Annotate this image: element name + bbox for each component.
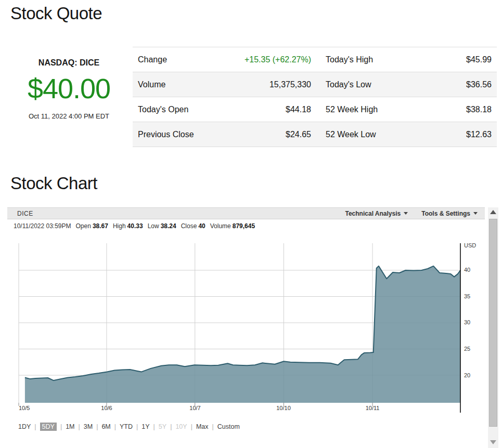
stat-value-todays-low: $36.56 [413,80,492,89]
stat-label-change: Change [138,55,229,64]
stat-label-previous-close: Previous Close [138,130,229,139]
ticker-symbol: NASDAQ: DICE [10,58,127,68]
y-tick-label: 20 [464,372,470,378]
range-max[interactable]: Max [196,423,209,430]
y-tick-label: 35 [464,293,470,299]
range-separator: | [96,423,98,430]
stock-chart-canvas[interactable] [7,207,486,448]
stat-label-52wk-high: 52 Week High [326,105,413,114]
quote-stats-table: Change +15.35 (+62.27%) Today's High $45… [133,47,497,147]
stat-label-todays-high: Today's High [326,55,413,64]
range-separator: | [212,423,214,430]
y-tick-label: 25 [464,346,470,352]
stat-value-previous-close: $24.65 [229,130,311,139]
y-axis-unit-label: USD [464,242,476,248]
x-tick-label: 10/6 [94,405,120,411]
scroll-down-icon[interactable] [490,440,496,444]
table-row: Change +15.35 (+62.27%) Today's High $45… [133,47,497,72]
x-tick-label: 10/7 [182,405,208,411]
range-3m[interactable]: 3M [84,423,93,430]
stat-value-52wk-low: $12.63 [413,130,492,139]
range-separator: | [60,423,62,430]
table-row: Volume 15,375,330 Today's Low $36.56 [133,72,497,97]
range-separator: | [79,423,80,430]
range-separator: | [170,423,172,430]
table-row: Today's Open $44.18 52 Week High $38.18 [133,97,497,122]
range-1dy[interactable]: 1DY [18,423,31,430]
range-1y[interactable]: 1Y [141,423,149,430]
stat-label-todays-open: Today's Open [138,105,229,114]
time-range-selector: 1DY | 5DY | 1M | 3M | 6M | YTD | 1Y | 5Y… [18,423,240,431]
range-ytd[interactable]: YTD [120,423,133,430]
stat-label-volume: Volume [138,80,229,89]
range-5dy[interactable]: 5DY [40,423,57,431]
x-tick-label: 10/11 [359,405,385,411]
stock-chart-heading: Stock Chart [10,174,97,193]
stat-value-todays-high: $45.99 [413,55,492,64]
stat-value-todays-open: $44.18 [229,105,311,114]
stat-label-todays-low: Today's Low [326,80,413,89]
range-1m[interactable]: 1M [66,423,74,430]
range-separator: | [153,423,155,430]
stat-label-52wk-low: 52 Week Low [326,130,413,139]
range-6m[interactable]: 6M [101,423,110,430]
scrollbar-thumb[interactable] [489,219,497,427]
stat-value-volume: 15,375,330 [229,80,311,89]
range-separator: | [114,423,116,430]
stock-quote-heading: Stock Quote [10,4,102,23]
x-tick-label: 10/5 [19,405,30,411]
chart-scrollbar[interactable] [488,207,498,448]
table-row: Previous Close $24.65 52 Week Low $12.63 [133,122,497,147]
y-tick-label: 40 [464,267,470,273]
range-separator: | [34,423,36,430]
range-separator: | [191,423,192,430]
stat-value-change: +15.35 (+62.27%) [229,55,311,64]
range-10y: 10Y [175,423,187,430]
y-tick-label: 30 [464,319,470,325]
range-separator: | [136,423,138,430]
scroll-up-icon[interactable] [490,210,496,214]
current-price: $40.00 [10,72,127,104]
x-tick-label: 10/10 [271,405,297,411]
stat-value-52wk-high: $38.18 [413,105,492,114]
quote-timestamp: Oct 11, 2022 4:00 PM EDT [10,112,127,120]
stock-chart-widget: DICE Technical Analysis Tools & Settings… [7,207,498,448]
range-custom[interactable]: Custom [217,423,240,430]
range-5y: 5Y [159,423,166,430]
quote-summary-panel: NASDAQ: DICE $40.00 Oct 11, 2022 4:00 PM… [10,58,127,120]
